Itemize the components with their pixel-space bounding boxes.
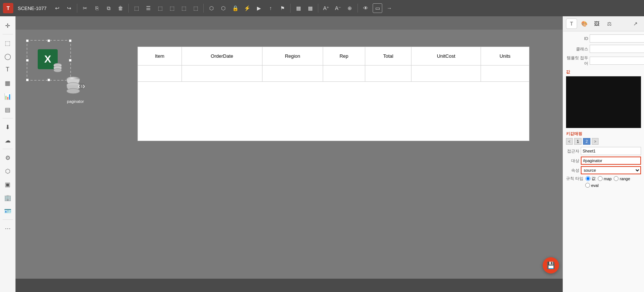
lock-btn[interactable]: 🔒 [230,3,240,13]
save-icon: 💾 [547,261,555,269]
resize-handle-bm[interactable] [47,78,50,81]
rule-radio-value[interactable]: 값 [586,176,596,181]
resize-handle-tm[interactable] [47,39,50,42]
plus-btn[interactable]: ⊕ [345,3,355,13]
align-top-btn[interactable]: ⬚ [167,3,177,13]
canvas-body[interactable]: X [16,30,563,279]
connect-btn[interactable]: ⚡ [242,3,252,13]
id-field-row: ID [566,34,641,43]
rp-tab-image[interactable]: 🖼 [591,19,602,29]
km-nav-prev[interactable]: < [566,138,573,145]
resize-handle-mr[interactable] [69,59,72,62]
redo-btn[interactable]: ↪ [64,3,74,13]
copy-btn[interactable]: ⎘ [92,3,102,13]
resize-handle-ml[interactable] [26,59,29,62]
rule-radio-range[interactable]: range [614,176,630,181]
flag-btn[interactable]: ⚑ [278,3,287,13]
fontsize-up-btn[interactable]: A⁺ [321,3,331,13]
sidebar-shape-btn[interactable]: ◯ [1,50,14,63]
arrow-btn[interactable]: ↑ [266,3,275,13]
arrow-right-btn[interactable]: → [384,3,394,13]
km-page-1[interactable]: 1 [574,138,582,145]
col-region: Region [262,47,323,66]
col-total: Total [365,47,411,66]
main-layout: ✛ ⬚ ◯ T ▦ 📊 ▤ ⬇ ☁ ⚙ ⬡ ▣ 🏢 🪪 ⋯ [0,16,644,292]
table-header: Item OrderDate Region Rep Total UnitCost… [138,47,529,66]
sidebar-download-btn[interactable]: ⬇ [1,121,14,133]
align-right-btn[interactable]: ⬚ [155,3,165,13]
km-accessor-label: 접근자 [566,148,579,154]
sidebar-building-btn[interactable]: 🏢 [1,191,14,204]
eye-btn[interactable]: 👁 [361,3,370,13]
grid2-btn[interactable]: ▦ [305,3,315,13]
distribute-v-btn[interactable]: ⬚ [191,3,200,13]
sep2 [128,4,129,13]
excel-x-letter: X [44,53,51,65]
group-btn[interactable]: ⬡ [207,3,216,13]
template-input[interactable] [590,57,644,65]
id-input[interactable] [590,34,644,43]
sidebar-layers-btn[interactable]: ▣ [1,178,14,191]
rule-type-row2: eval [566,183,641,188]
align-left-btn[interactable]: ⬚ [132,3,141,13]
km-target-label: 대상 [566,158,579,164]
cell [323,66,365,82]
sidebar-cloud-btn[interactable]: ☁ [1,134,14,147]
fontsize-dn-btn[interactable]: A⁻ [333,3,343,13]
right-panel: T 🎨 🖼 ⚖ ↗ ID 클래스 템플릿 접두어 [563,16,644,292]
sidebar-sep1 [3,34,13,34]
value-section-title: 값 [566,69,641,75]
class-input[interactable] [590,45,644,53]
play-btn[interactable]: ▶ [254,3,264,13]
rp-tab-text[interactable]: T [566,19,577,29]
rp-tab-align[interactable]: ⚖ [604,19,615,29]
sidebar-gear-btn[interactable]: ⚙ [1,151,14,164]
grid-btn[interactable]: ▦ [294,3,303,13]
rule-type-row: 규칙 타입 값 map range [566,176,641,181]
rp-tab-color[interactable]: 🎨 [579,19,590,29]
rule-radio-map[interactable]: map [598,176,611,181]
resize-handle-bl[interactable] [26,78,29,81]
km-nav-next[interactable]: > [592,138,599,145]
table-header-row: Item OrderDate Region Rep Total UnitCost… [138,47,529,66]
km-property-label: 속성 [566,168,579,173]
sep6 [357,4,358,13]
screen-btn[interactable]: ▭ [373,3,382,13]
resize-handle-tr[interactable] [69,39,72,42]
cell [182,66,262,82]
km-property-select[interactable]: source [581,166,641,174]
resize-handle-tl[interactable] [26,39,29,42]
undo-btn[interactable]: ↩ [52,3,62,13]
copy2-btn[interactable]: ⧉ [104,3,113,13]
rule-type-label: 규칙 타입 [566,176,583,181]
ungroup-btn[interactable]: ⬡ [218,3,228,13]
km-target-input[interactable] [581,157,641,165]
svg-point-2 [54,68,62,72]
km-accessor-input[interactable] [581,147,641,155]
data-table-container: Item OrderDate Region Rep Total UnitCost… [138,47,529,260]
paginator-component[interactable]: ❮1❯ paginator [64,74,87,104]
sidebar-hex-btn[interactable]: ⬡ [1,165,14,177]
sidebar-grid-btn[interactable]: ▤ [1,103,14,116]
scene-title: SCENE-1077 [18,6,47,11]
cell [481,66,529,82]
delete-btn[interactable]: 🗑 [116,3,125,13]
cut-btn[interactable]: ✂ [80,3,90,13]
template-field-row: 템플릿 접두어 [566,55,641,66]
align-center-btn[interactable]: ☰ [143,3,153,13]
rp-tab-share[interactable]: ↗ [630,19,641,29]
sidebar-id-btn[interactable]: 🪪 [1,205,14,217]
sidebar-more-btn[interactable]: ⋯ [1,222,14,235]
rule-radio-eval[interactable]: eval [585,183,599,188]
sidebar-table-btn[interactable]: ▦ [1,77,14,89]
save-button[interactable]: 💾 [543,257,559,273]
sidebar-move-btn[interactable]: ✛ [1,19,14,32]
cell [138,82,529,141]
sidebar-select-btn[interactable]: ⬚ [1,37,14,49]
distribute-h-btn[interactable]: ⬚ [179,3,189,13]
table-row-empty [138,82,529,141]
sidebar-text-btn[interactable]: T [1,63,14,76]
table-row [138,66,529,82]
km-page-2[interactable]: 2 [583,138,590,145]
sidebar-chart-btn[interactable]: 📊 [1,90,14,103]
